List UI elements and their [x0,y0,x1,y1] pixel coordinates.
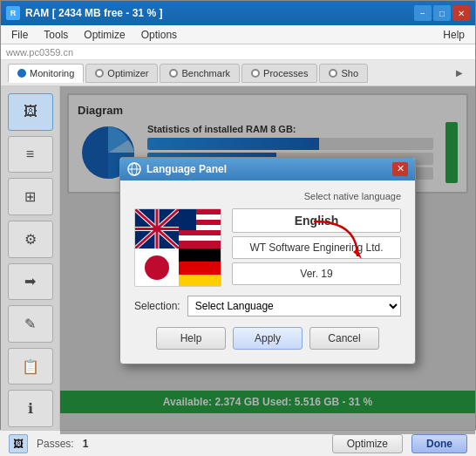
sidebar-btn-2[interactable]: ⊞ [8,178,53,215]
tab-sho-label: Sho [341,68,358,78]
sidebar: 🖼 ≡ ⊞ ⚙ ➡ ✎ 📋 ℹ [1,86,60,434]
menu-optimize[interactable]: Optimize [77,27,132,43]
cancel-button[interactable]: Cancel [309,327,379,350]
svg-rect-20 [179,241,221,246]
menu-tools[interactable]: Tools [37,27,75,43]
menu-options[interactable]: Options [134,27,184,43]
svg-rect-21 [179,209,196,230]
sidebar-btn-4[interactable]: ➡ [8,263,53,301]
modal-buttons: Help Apply Cancel [134,327,401,353]
tab-radio-optimizer [95,69,104,78]
apply-button[interactable]: Apply [233,327,303,350]
clipboard-icon: 📋 [18,354,43,378]
modal-body: Select native language [120,180,415,364]
menu-file[interactable]: File [4,27,35,43]
svg-marker-27 [353,248,362,259]
globe-icon [127,162,141,176]
tab-radio-processes [251,69,260,78]
tab-radio-sho [329,69,337,78]
menu-bar: File Tools Optimize Options Help [1,25,475,44]
sidebar-btn-5[interactable]: ✎ [8,305,53,343]
title-text: RAM [ 2434 MB free - 31 % ] [25,7,414,19]
sidebar-btn-7[interactable]: ℹ [8,390,53,427]
sidebar-btn-3[interactable]: ⚙ [8,221,53,258]
tab-sho[interactable]: Sho [319,64,368,83]
tab-scroll-right[interactable]: ▶ [451,65,468,81]
tab-benchmark-label: Benchmark [181,68,230,78]
sidebar-btn-1[interactable]: ≡ [8,136,53,174]
tab-optimizer[interactable]: Optimizer [85,64,158,83]
grid-icon: ⊞ [18,185,43,209]
passes-value: 1 [83,438,89,450]
modal-titlebar: Language Panel ✕ [120,158,415,180]
settings-icon: ⚙ [18,227,43,251]
tab-benchmark[interactable]: Benchmark [160,64,240,83]
version-box: Ver. 19 [232,262,401,285]
tab-optimizer-label: Optimizer [107,68,148,78]
monitoring-icon: 🖼 [18,99,43,124]
svg-rect-26 [179,275,221,287]
arrow-icon: ➡ [18,269,43,294]
optimize-button[interactable]: Optimize [332,434,403,453]
svg-rect-19 [179,235,221,241]
sidebar-btn-0[interactable]: 🖼 [8,93,53,131]
red-arrow-annotation [305,217,375,261]
title-bar: R RAM [ 2434 MB free - 31 % ] − □ ✕ [1,1,475,25]
info-icon: ℹ [18,397,43,421]
content-wrapper: Diagram Statistics of installed RAM 8 GB… [60,86,475,434]
svg-rect-18 [179,230,221,235]
tab-bar: Monitoring Optimizer Benchmark Processes… [1,60,475,86]
language-panel-modal: Language Panel ✕ Select native language [119,157,416,364]
svg-rect-25 [179,262,221,275]
svg-rect-24 [179,248,221,262]
sidebar-btn-6[interactable]: 📋 [8,348,53,385]
tab-monitoring[interactable]: Monitoring [8,64,84,83]
help-button[interactable]: Help [156,327,226,350]
footer-icon: 🖼 [9,434,28,453]
svg-point-23 [145,255,169,280]
minimize-button[interactable]: − [414,5,432,21]
watermark-text: www.pc0359.cn [6,47,73,58]
modal-overlay: Language Panel ✕ Select native language [60,86,475,434]
edit-icon: ✎ [18,311,43,336]
flags-svg [135,209,221,287]
flag-collage [134,208,221,287]
tab-monitoring-label: Monitoring [30,68,74,78]
tab-radio-benchmark [169,69,178,78]
list-icon: ≡ [18,142,43,167]
tab-processes-label: Processes [263,68,308,78]
app-icon: R [6,6,20,20]
watermark-bar: www.pc0359.cn [1,44,475,60]
language-select[interactable]: Select Language English German French Sp… [187,296,401,316]
app-window: R RAM [ 2434 MB free - 31 % ] − □ ✕ File… [0,0,476,456]
window-controls: − □ ✕ [414,5,470,21]
tab-radio-monitoring [17,69,26,78]
passes-label: Passes: [37,438,74,450]
main-area: 🖼 ≡ ⊞ ⚙ ➡ ✎ 📋 ℹ [1,86,475,434]
done-button[interactable]: Done [411,434,467,453]
maximize-button[interactable]: □ [433,5,451,21]
close-button[interactable]: ✕ [452,5,470,21]
modal-title-text: Language Panel [146,163,392,175]
selection-row: Selection: Select Language English Germa… [134,296,401,316]
menu-help[interactable]: Help [436,27,472,43]
native-lang-label: Select native language [134,191,401,201]
modal-close-button[interactable]: ✕ [392,162,408,176]
selection-label: Selection: [134,300,180,312]
tab-processes[interactable]: Processes [241,64,317,83]
